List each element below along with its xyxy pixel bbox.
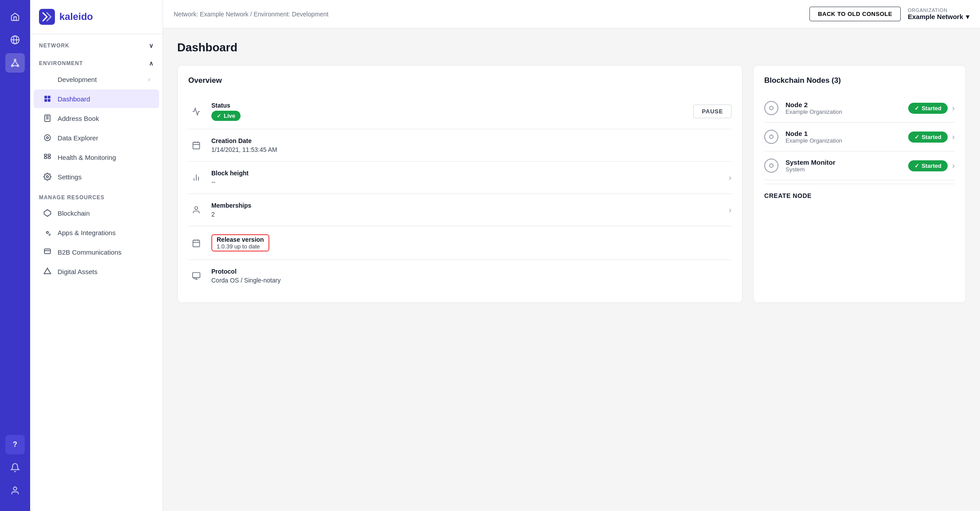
sidebar-item-settings[interactable]: Settings [34, 167, 159, 186]
check-icon: ✓ [217, 113, 221, 119]
svg-rect-24 [48, 157, 51, 159]
creation-date-content: Creation Date 1/14/2021, 11:53:45 AM [211, 137, 731, 153]
protocol-content: Protocol Corda OS / Single-notary [211, 268, 731, 284]
live-badge: ✓ Live [211, 111, 241, 121]
bell-icon[interactable] [5, 458, 25, 477]
system-monitor-name: System Monitor [786, 159, 908, 166]
block-height-chevron[interactable]: › [729, 173, 731, 182]
sidebar-item-blockchain[interactable]: Blockchain [34, 204, 159, 222]
user-icon[interactable] [5, 481, 25, 500]
sidebar-item-b2b[interactable]: B2B Communications [34, 243, 159, 261]
topbar: Network: Example Network / Environment: … [163, 0, 980, 28]
svg-rect-11 [44, 96, 47, 98]
development-icon [43, 74, 52, 84]
sidebar-item-dashboard[interactable]: Dashboard [34, 89, 159, 108]
blockchain-nodes-title: Blockchain Nodes (3) [764, 76, 955, 85]
sidebar-item-address-book[interactable]: Address Book [34, 109, 159, 128]
svg-rect-43 [193, 273, 200, 278]
apps-integrations-icon [43, 228, 52, 237]
node2-org: Example Organization [786, 108, 908, 115]
node1-icon [764, 130, 778, 144]
environment-chevron[interactable]: ∧ [149, 60, 154, 67]
node2-chevron[interactable]: › [952, 104, 955, 113]
memberships-chevron[interactable]: › [729, 205, 731, 215]
org-selector[interactable]: ORGANIZATION Example Network ▾ [908, 8, 969, 21]
dashboard-grid: Overview Status ✓ Live [177, 65, 966, 303]
org-name: Example Network [908, 13, 963, 20]
node1-info: Node 1 Example Organization [786, 130, 908, 144]
svg-rect-12 [48, 96, 51, 98]
dashboard-icon [43, 94, 52, 104]
health-monitoring-icon [43, 152, 52, 162]
pause-button[interactable]: PAUSE [693, 105, 731, 118]
svg-rect-28 [44, 249, 51, 254]
logo: kaleido [30, 0, 163, 34]
creation-date-label: Creation Date [211, 137, 731, 144]
sidebar-item-development[interactable]: Development › [34, 70, 159, 89]
dashboard-content: Dashboard Overview Status ✓ Live [163, 28, 980, 511]
protocol-label: Protocol [211, 268, 731, 275]
release-version-label: Release version [217, 236, 264, 243]
memberships-content: Memberships 2 [211, 202, 729, 218]
memberships-label: Memberships [211, 202, 729, 209]
globe-icon[interactable] [5, 30, 25, 50]
network-icon[interactable] [5, 53, 25, 73]
blockchain-icon [43, 208, 52, 218]
svg-rect-31 [193, 142, 200, 149]
sidebar-item-digital-assets[interactable]: Digital Assets [34, 262, 159, 281]
svg-point-3 [14, 59, 16, 61]
overview-card-title: Overview [188, 76, 731, 85]
topbar-actions: BACK TO OLD CONSOLE ORGANIZATION Example… [809, 7, 969, 21]
org-label: ORGANIZATION [908, 8, 969, 13]
creation-date-icon [188, 137, 204, 153]
svg-point-25 [47, 176, 49, 178]
svg-line-7 [15, 61, 18, 65]
node1-status-badge: ✓ Started [908, 132, 948, 143]
digital-assets-icon [43, 267, 52, 276]
blockchain-nodes-card: Blockchain Nodes (3) Node 2 Example Orga… [753, 65, 966, 303]
svg-point-20 [44, 135, 51, 141]
b2b-icon [43, 247, 52, 257]
environment-section-label: ENVIRONMENT ∧ [30, 52, 163, 70]
node1-chevron[interactable]: › [952, 132, 955, 142]
system-monitor-org: System [786, 166, 908, 173]
system-monitor-check-icon: ✓ [914, 163, 919, 169]
node1-check-icon: ✓ [914, 134, 919, 140]
svg-marker-30 [44, 268, 51, 274]
svg-line-6 [12, 61, 15, 65]
svg-point-9 [13, 487, 16, 490]
overview-row-status: Status ✓ Live PAUSE [188, 94, 731, 129]
overview-row-memberships[interactable]: Memberships 2 › [188, 194, 731, 226]
back-to-old-console-button[interactable]: BACK TO OLD CONSOLE [809, 7, 901, 21]
svg-rect-14 [48, 99, 51, 102]
block-height-content: Block height -- [211, 170, 729, 186]
overview-card: Overview Status ✓ Live [177, 65, 743, 303]
sidebar-item-health-monitoring[interactable]: Health & Monitoring [34, 148, 159, 166]
svg-point-19 [47, 137, 49, 139]
system-monitor-chevron[interactable]: › [952, 161, 955, 170]
svg-marker-26 [44, 210, 51, 217]
question-icon[interactable]: ? [5, 435, 25, 454]
sidebar-item-apps-integrations[interactable]: Apps & Integrations [34, 223, 159, 242]
node1-org: Example Organization [786, 137, 908, 144]
svg-rect-23 [44, 157, 47, 159]
block-height-label: Block height [211, 170, 729, 177]
network-chevron[interactable]: ∨ [149, 42, 154, 49]
protocol-value: Corda OS / Single-notary [211, 277, 731, 284]
overview-row-block-height[interactable]: Block height -- › [188, 162, 731, 194]
page-title: Dashboard [177, 41, 966, 54]
svg-point-27 [47, 232, 49, 234]
home-icon[interactable] [5, 7, 25, 27]
create-node-button[interactable]: CREATE NODE [764, 184, 955, 199]
manage-resources-label: MANAGE RESOURCES [30, 186, 163, 203]
block-height-icon [188, 170, 204, 186]
overview-row-protocol: Protocol Corda OS / Single-notary [188, 260, 731, 292]
status-label: Status [211, 102, 693, 109]
system-monitor-info: System Monitor System [786, 159, 908, 173]
data-explorer-icon [43, 133, 52, 143]
status-icon [188, 104, 204, 120]
main-area: Network: Example Network / Environment: … [163, 0, 980, 511]
sidebar-item-data-explorer[interactable]: Data Explorer [34, 128, 159, 147]
overview-row-release-version: Release version 1.0.39 up to date [188, 226, 731, 260]
svg-point-46 [194, 278, 194, 279]
